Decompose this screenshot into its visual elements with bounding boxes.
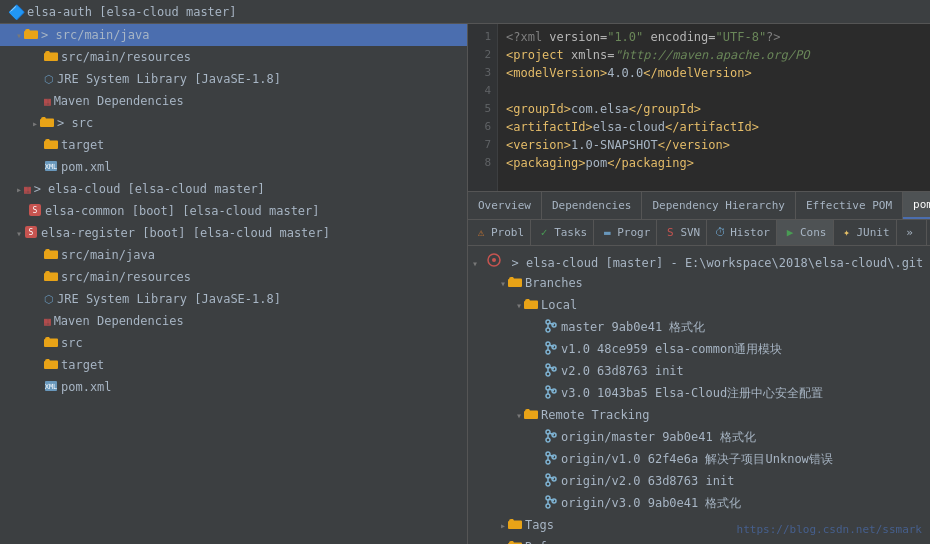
svn-icon: S (663, 226, 677, 240)
git-item-label: origin/master 9ab0e41 格式化 (561, 429, 756, 446)
bottom-toolbar: ⚠Probl✓Tasks▬ProgrSSVN⏱Histor▶Cons✦JUnit… (468, 220, 930, 246)
folder-icon (44, 248, 58, 263)
git-repo-header: ▾ > elsa-cloud [master] - E:\workspace\2… (468, 250, 930, 272)
svg-point-23 (546, 394, 550, 398)
tree-label: src/main/resources (61, 50, 191, 64)
branch-icon (544, 363, 558, 380)
problems-label: Probl (491, 226, 524, 239)
svg-point-31 (546, 460, 550, 464)
tree-label: JRE System Library [JavaSE-1.8] (57, 72, 281, 86)
git-item-references[interactable]: ▸ References (468, 536, 930, 544)
tab-effective-pom[interactable]: Effective POM (796, 192, 903, 219)
tree-item-pom-xml-1[interactable]: XML pom.xml (0, 156, 467, 178)
tree-item-elsa-register[interactable]: ▾ S elsa-register [boot] [elsa-cloud mas… (0, 222, 467, 244)
boot-icon: S (24, 225, 38, 242)
tree-item-src-main-java[interactable]: ▾ > src/main/java (0, 24, 467, 46)
tree-item-target[interactable]: target (0, 134, 467, 156)
svg-point-27 (546, 438, 550, 442)
tab-dep-hierarchy[interactable]: Dependency Hierarchy (642, 192, 795, 219)
git-item-label: References (525, 540, 597, 544)
tree-label: > elsa-cloud [elsa-cloud master] (34, 182, 265, 196)
tab-bar: OverviewDependenciesDependency Hierarchy… (468, 192, 930, 220)
tab-dependencies[interactable]: Dependencies (542, 192, 642, 219)
junit-icon: ✦ (840, 226, 854, 240)
tree-item-reg-target[interactable]: target (0, 354, 467, 376)
git-item-master[interactable]: master 9ab0e41 格式化 (468, 316, 930, 338)
line-number-7: 7 (468, 136, 497, 154)
tree-item-reg-src-main-res[interactable]: src/main/resources (0, 266, 467, 288)
git-item-local[interactable]: ▾ Local (468, 294, 930, 316)
watermark: https://blog.csdn.net/ssmark (737, 523, 922, 536)
tree-item-maven-deps[interactable]: ▦Maven Dependencies (0, 90, 467, 112)
tree-item-src-main-resources[interactable]: src/main/resources (0, 46, 467, 68)
git-item-label: Branches (525, 276, 583, 290)
maven-icon: ▦ (44, 315, 51, 328)
tree-item-reg-src-main-java[interactable]: src/main/java (0, 244, 467, 266)
chevron-down-icon: ▾ (516, 300, 522, 311)
library-icon: ⬡ (44, 73, 54, 86)
code-line-6: <artifactId>elsa-cloud</artifactId> (506, 118, 922, 136)
toolbar-btn-tasks[interactable]: ✓Tasks (531, 220, 594, 245)
folder-icon (44, 50, 58, 65)
svg-point-9 (492, 258, 496, 262)
git-item-origin-master[interactable]: origin/master 9ab0e41 格式化 (468, 426, 930, 448)
svg-point-19 (546, 372, 550, 376)
svg-text:XML: XML (45, 383, 58, 391)
folder-icon (44, 270, 58, 285)
tree-label: JRE System Library [JavaSE-1.8] (57, 292, 281, 306)
tree-item-reg-pom[interactable]: XML pom.xml (0, 376, 467, 398)
toolbar-btn-svn[interactable]: SSVN (657, 220, 707, 245)
svn-label: SVN (680, 226, 700, 239)
folder-icon (44, 138, 58, 153)
code-editor: 12345678 <?xml version="1.0" encoding="U… (468, 24, 930, 192)
git-item-origin-v2[interactable]: origin/v2.0 63d8763 init (468, 470, 930, 492)
branch-icon (544, 341, 558, 358)
toolbar-btn-more2[interactable]: » (897, 220, 927, 245)
tree-item-jre-system[interactable]: ⬡JRE System Library [JavaSE-1.8] (0, 68, 467, 90)
toolbar-btn-history[interactable]: ⏱Histor (707, 220, 777, 245)
chevron-right-icon: ▸ (500, 520, 506, 531)
git-item-v1[interactable]: v1.0 48ce959 elsa-common通用模块 (468, 338, 930, 360)
problems-icon: ⚠ (474, 226, 488, 240)
tab-pom-xml[interactable]: pom.xml (903, 192, 930, 219)
xml-icon: XML (44, 159, 58, 176)
toolbar-btn-progress[interactable]: ▬Progr (594, 220, 657, 245)
git-item-v2[interactable]: v2.0 63d8763 init (468, 360, 930, 382)
toolbar-btn-junit[interactable]: ✦JUnit (834, 220, 897, 245)
tree-item-reg-src[interactable]: src (0, 332, 467, 354)
code-line-1: <?xml version="1.0" encoding="UTF-8"?> (506, 28, 922, 46)
git-item-origin-v1[interactable]: origin/v1.0 62f4e6a 解决子项目Unknow错误 (468, 448, 930, 470)
console-label: Cons (800, 226, 827, 239)
line-number-3: 3 (468, 64, 497, 82)
toolbar-btn-problems[interactable]: ⚠Probl (468, 220, 531, 245)
tree-item-elsa-cloud[interactable]: ▸▦> elsa-cloud [elsa-cloud master] (0, 178, 467, 200)
chevron-down-icon: ▾ (516, 410, 522, 421)
console-icon: ▶ (783, 226, 797, 240)
tree-item-reg-maven[interactable]: ▦Maven Dependencies (0, 310, 467, 332)
branch-icon (544, 385, 558, 402)
tree-label: > src/main/java (41, 28, 149, 42)
tree-item-reg-jre[interactable]: ⬡JRE System Library [JavaSE-1.8] (0, 288, 467, 310)
code-line-7: <version>1.0-SNAPSHOT</version> (506, 136, 922, 154)
tree-label: src/main/resources (61, 270, 191, 284)
git-item-label: Tags (525, 518, 554, 532)
folder-icon (524, 408, 538, 423)
tree-item-src[interactable]: ▸ > src (0, 112, 467, 134)
svg-point-35 (546, 482, 550, 486)
progress-label: Progr (617, 226, 650, 239)
git-item-branches[interactable]: ▾ Branches (468, 272, 930, 294)
toolbar-btn-console[interactable]: ▶Cons (777, 220, 834, 245)
git-item-label: Remote Tracking (541, 408, 649, 422)
git-item-origin-v3[interactable]: origin/v3.0 9ab0e41 格式化 (468, 492, 930, 514)
tree-item-elsa-common[interactable]: S elsa-common [boot] [elsa-cloud master] (0, 200, 467, 222)
git-item-v3[interactable]: v3.0 1043ba5 Elsa-Cloud注册中心安全配置 (468, 382, 930, 404)
tab-overview[interactable]: Overview (468, 192, 542, 219)
code-content: <?xml version="1.0" encoding="UTF-8"?><p… (498, 24, 930, 191)
git-item-remote[interactable]: ▾ Remote Tracking (468, 404, 930, 426)
branch-icon (544, 495, 558, 512)
code-line-5: <groupId>com.elsa</groupId> (506, 100, 922, 118)
svg-point-11 (546, 328, 550, 332)
git-item-label: v2.0 63d8763 init (561, 364, 684, 378)
git-item-label: origin/v2.0 63d8763 init (561, 474, 734, 488)
progress-icon: ▬ (600, 226, 614, 240)
